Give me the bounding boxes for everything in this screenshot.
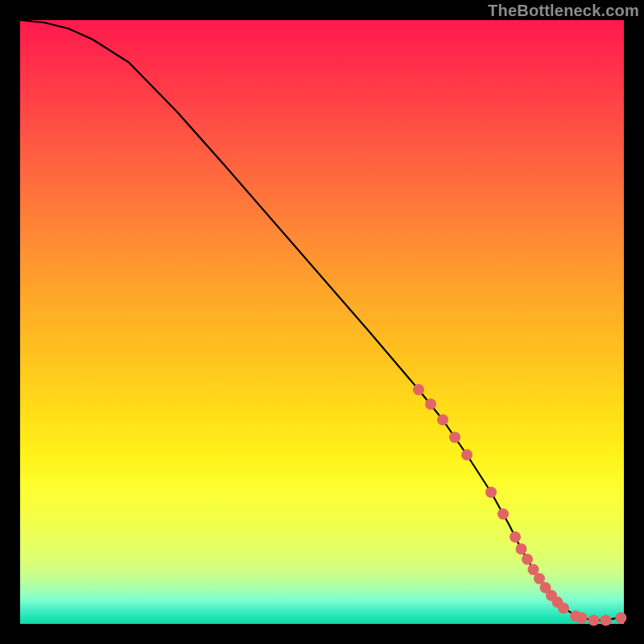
data-marker bbox=[522, 554, 533, 565]
data-marker bbox=[425, 398, 436, 410]
data-marker bbox=[449, 431, 460, 443]
data-marker bbox=[485, 487, 497, 498]
data-marker bbox=[558, 603, 569, 614]
data-marker bbox=[588, 615, 600, 626]
markers-group bbox=[413, 384, 626, 626]
data-marker bbox=[510, 531, 521, 543]
data-marker bbox=[437, 415, 448, 426]
chart-svg bbox=[20, 20, 624, 624]
bottleneck-curve-line bbox=[20, 20, 624, 621]
data-marker bbox=[516, 543, 527, 555]
data-marker bbox=[497, 509, 509, 520]
data-marker bbox=[601, 615, 612, 626]
data-marker bbox=[615, 613, 626, 624]
data-marker bbox=[576, 613, 588, 624]
plot-area bbox=[20, 20, 624, 624]
data-marker bbox=[461, 449, 473, 460]
watermark-text: TheBottleneck.com bbox=[488, 2, 639, 20]
data-marker bbox=[413, 384, 424, 395]
chart-stage: TheBottleneck.com bbox=[0, 0, 644, 644]
